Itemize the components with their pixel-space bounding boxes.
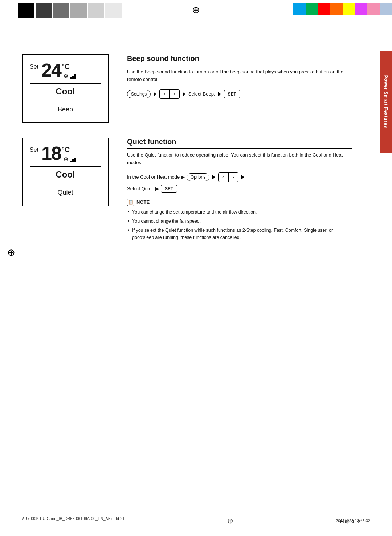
note-item-1: You can change the set temperature and t… xyxy=(127,209,352,216)
triangle-2 xyxy=(183,92,185,96)
q-right-arrow[interactable]: › xyxy=(229,173,238,182)
page-number-area: English 21 xyxy=(340,519,363,524)
beep-function: Beep xyxy=(30,103,101,115)
swatch-lightblue xyxy=(380,3,392,15)
swatch-yellow xyxy=(343,3,355,15)
page-number: 21 xyxy=(358,519,363,524)
quiet-divider-2 xyxy=(30,183,101,183)
crosshair-left: ⊕ xyxy=(7,247,15,258)
options-button[interactable]: Options xyxy=(187,173,209,181)
quiet-top-icons: °C ❄ xyxy=(62,144,76,163)
beep-section-title: Beep sound function xyxy=(127,54,352,65)
gray-square-3 xyxy=(88,3,104,18)
quiet-set-label: Set xyxy=(30,147,38,153)
triangle-1 xyxy=(154,92,156,96)
quiet-section-row: Set 18 °C ❄ xyxy=(22,138,370,252)
beep-temp: 24 xyxy=(41,61,61,80)
right-arrow[interactable]: › xyxy=(170,90,179,98)
beep-top-icons: °C ❄ xyxy=(62,61,76,80)
beep-instruction-row: Settings ‹ › Select Beep. SET xyxy=(127,89,352,99)
beep-divider-2 xyxy=(30,100,101,100)
quiet-icons-row: ❄ xyxy=(63,155,76,163)
quiet-snowflake-icon: ❄ xyxy=(63,155,69,163)
quiet-set-row: Set 18 °C ❄ xyxy=(30,144,101,163)
beep-celsius: °C xyxy=(62,62,70,71)
swatch-violet xyxy=(355,3,367,15)
swatch-green xyxy=(306,3,318,15)
beep-display-col: Set 24 °C ❄ xyxy=(22,54,116,134)
quiet-section-desc: Use the Quiet function to reduce operati… xyxy=(127,151,352,167)
select-beep-text: Select Beep. xyxy=(188,91,215,97)
note-icon: 📋 xyxy=(127,199,134,206)
beep-remote-display: Set 24 °C ❄ xyxy=(22,54,109,123)
quiet-celsius: °C xyxy=(62,146,70,154)
beep-icons-row: ❄ xyxy=(63,72,76,80)
color-swatches xyxy=(293,3,392,15)
black-square-1 xyxy=(18,3,34,18)
signal-bar-q3 xyxy=(74,158,76,162)
beep-mode: Cool xyxy=(30,86,101,97)
quiet-temp: 18 xyxy=(41,144,61,163)
note-item-3: If you select the Quiet function while s… xyxy=(127,227,352,241)
beep-set-button[interactable]: SET xyxy=(224,90,240,98)
signal-bar-2 xyxy=(72,76,74,79)
crosshair-bottom-icon: ⊕ xyxy=(227,516,233,525)
left-arrow[interactable]: ‹ xyxy=(160,90,169,98)
signal-bar-3 xyxy=(74,74,76,79)
sidebar-label: Power Smart Features xyxy=(383,75,388,129)
beep-arrows: ‹ › xyxy=(159,89,180,99)
quiet-set-button[interactable]: SET xyxy=(161,185,177,193)
note-section: 📋 NOTE You can change the set temperatur… xyxy=(127,199,352,241)
bottom-rule xyxy=(22,514,370,514)
gray-square-4 xyxy=(105,3,122,18)
cool-heat-mode-text: In the Cool or Heat mode ▶ xyxy=(127,174,185,180)
crosshair-bottom: ⊕ xyxy=(227,516,233,525)
settings-button[interactable]: Settings xyxy=(127,90,151,98)
swatch-orange xyxy=(330,3,343,15)
top-rule xyxy=(22,44,370,44)
quiet-instruction-row-1: In the Cool or Heat mode ▶ Options ‹ › xyxy=(127,172,352,182)
q-left-arrow[interactable]: ‹ xyxy=(219,173,228,182)
signal-bar-q1 xyxy=(70,161,72,162)
bottom-footer: AR7000K EU Good_IB_DB68-06109A-00_EN_A5.… xyxy=(22,516,370,525)
signal-bar-q2 xyxy=(72,159,74,162)
quiet-text-col: Quiet function Use the Quiet function to… xyxy=(127,138,370,252)
quiet-function: Quiet xyxy=(30,186,101,198)
language-label: English xyxy=(340,519,356,524)
quiet-section-block: Quiet function Use the Quiet function to… xyxy=(127,138,352,241)
beep-section-desc: Use the Beep sound function to turn on o… xyxy=(127,68,352,84)
quiet-signal-icon xyxy=(70,157,76,162)
quiet-instruction-row-2: Select Quiet. ▶ SET xyxy=(127,185,352,193)
signal-bar-1 xyxy=(70,77,72,79)
q-triangle-2 xyxy=(241,175,244,179)
gray-square-2 xyxy=(70,3,87,18)
crosshair-top: ⊕ xyxy=(192,4,200,16)
beep-set-row: Set 24 °C ❄ xyxy=(30,61,101,80)
main-content: Set 24 °C ❄ xyxy=(22,51,370,507)
beep-text-col: Beep sound function Use the Beep sound f… xyxy=(127,54,370,134)
black-square-2 xyxy=(36,3,52,18)
file-info: AR7000K EU Good_IB_DB68-06109A-00_EN_A5.… xyxy=(22,516,124,525)
quiet-arrows: ‹ › xyxy=(218,172,238,182)
quiet-mode: Cool xyxy=(30,170,101,180)
beep-section-row: Set 24 °C ❄ xyxy=(22,54,370,134)
beep-section-block: Beep sound function Use the Beep sound f… xyxy=(127,54,352,99)
quiet-divider-1 xyxy=(30,166,101,167)
right-sidebar: Power Smart Features xyxy=(380,51,392,153)
beep-divider-1 xyxy=(30,83,101,84)
note-label: NOTE xyxy=(136,199,150,205)
q-triangle-1 xyxy=(212,175,215,179)
note-item-2: You cannot change the fan speed. xyxy=(127,218,352,225)
quiet-remote-display: Set 18 °C ❄ xyxy=(22,138,109,206)
triangle-3 xyxy=(218,92,221,96)
swatch-red xyxy=(318,3,330,15)
beep-signal-icon xyxy=(70,73,76,79)
beep-snowflake-icon: ❄ xyxy=(63,72,69,80)
swatch-pink xyxy=(367,3,380,15)
select-quiet-text: Select Quiet. ▶ xyxy=(127,186,159,191)
note-list: You can change the set temperature and t… xyxy=(127,209,352,241)
swatch-blue xyxy=(293,3,306,15)
quiet-display-col: Set 18 °C ❄ xyxy=(22,138,116,252)
quiet-section-title: Quiet function xyxy=(127,138,352,149)
beep-set-label: Set xyxy=(30,64,38,70)
